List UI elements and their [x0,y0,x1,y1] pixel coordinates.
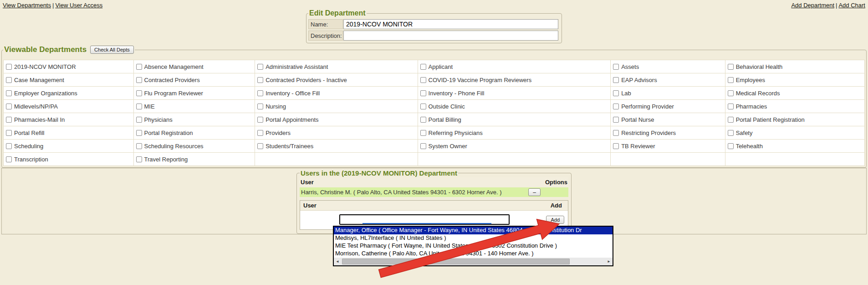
department-checkbox[interactable] [613,130,619,136]
department-checkbox[interactable] [420,77,426,83]
add-user-column-header: User [303,202,317,209]
department-cell: Inventory - Office Fill [255,87,418,100]
members-list: Harris, Christine M. ( Palo Alto, CA Uni… [300,187,568,197]
department-checkbox[interactable] [136,104,142,109]
top-bar: View Departments|View User Access Add De… [0,0,868,9]
department-checkbox[interactable] [728,130,734,136]
department-checkbox[interactable] [613,77,619,83]
member-name: Harris, Christine M. ( Palo Alto, CA Uni… [301,189,502,196]
department-checkbox[interactable] [257,90,263,96]
edit-department-legend: Edit Department [308,9,367,17]
view-user-access-link[interactable]: View User Access [55,2,102,9]
department-checkbox[interactable] [6,156,12,162]
department-checkbox-label: Lab [621,90,631,97]
department-checkbox[interactable] [257,64,263,70]
department-checkbox[interactable] [613,117,619,123]
department-description-input[interactable] [343,31,558,41]
department-checkbox[interactable] [728,90,734,96]
department-cell: Travel Reporting [133,153,255,166]
department-cell: Portal Billing [418,113,611,126]
department-checkbox[interactable] [728,143,734,149]
department-cell: Case Management [4,73,134,87]
departments-table: 2019-NCOV MONITORAbsence ManagementAdmin… [3,60,865,166]
department-checkbox[interactable] [136,64,142,70]
department-cell: Referring Physicians [418,126,611,140]
department-checkbox[interactable] [420,143,426,149]
department-checkbox[interactable] [613,143,619,149]
add-user-button[interactable]: Add [546,216,564,224]
department-checkbox[interactable] [6,143,12,149]
department-checkbox[interactable] [6,117,12,123]
dropdown-horizontal-scrollbar[interactable]: ◄ ► [334,258,613,265]
department-cell: Applicant [418,60,611,73]
department-checkbox-label: Behavioral Health [736,63,783,70]
department-checkbox[interactable] [728,77,734,83]
department-checkbox-label: Scheduling Resources [144,143,204,150]
department-checkbox[interactable] [136,130,142,136]
department-cell: COVID-19 Vaccine Program Reviewers [418,73,611,87]
department-checkbox[interactable] [136,77,142,83]
department-cell: Pharmacies [725,100,864,113]
autocomplete-option[interactable]: Medisys, HL7Interface ( IN United States… [334,234,613,242]
department-checkbox[interactable] [6,130,12,136]
add-user-header-row: User Add [300,201,568,211]
department-cell: Nursing [255,100,418,113]
department-cell: Pharmacies-Mail In [4,113,134,126]
department-checkbox[interactable] [420,90,426,96]
department-checkbox[interactable] [257,117,263,123]
add-department-link[interactable]: Add Department [791,2,834,9]
department-checkbox[interactable] [136,156,142,162]
departments-row: 2019-NCOV MONITORAbsence ManagementAdmin… [4,60,865,73]
remove-member-button[interactable]: – [528,188,541,196]
user-autocomplete-input[interactable]: Manager, Office ( Office Manager - Fort … [339,214,510,225]
scroll-right-arrow-icon[interactable]: ► [605,259,613,264]
scroll-left-arrow-icon[interactable]: ◄ [334,259,341,264]
department-checkbox[interactable] [420,130,426,136]
department-checkbox[interactable] [257,77,263,83]
scrollbar-thumb[interactable] [342,259,570,264]
department-cell: Performing Provider [611,100,725,113]
department-checkbox[interactable] [613,104,619,109]
autocomplete-selected-text: anager, Office ( Office Manager - Fort W… [363,223,491,225]
department-checkbox[interactable] [257,130,263,136]
department-checkbox[interactable] [728,104,734,109]
department-checkbox-label: MIE [144,103,155,110]
department-checkbox[interactable] [420,104,426,109]
add-chart-link[interactable]: Add Chart [838,2,865,9]
users-in-department-legend: Users in the (2019-NCOV MONITOR) Departm… [300,169,458,177]
autocomplete-option[interactable]: Morrison, Catherine ( Palo Alto, CA Unit… [334,250,613,258]
check-all-depts-button[interactable]: Check All Depts [90,46,134,54]
autocomplete-option[interactable]: MIE Test Pharmacy ( Fort Wayne, IN Unite… [334,242,613,250]
department-checkbox[interactable] [420,117,426,123]
department-checkbox[interactable] [136,90,142,96]
department-checkbox[interactable] [728,117,734,123]
department-checkbox[interactable] [257,143,263,149]
department-checkbox[interactable] [136,143,142,149]
edit-department-fieldset: Edit Department Name: Description: [306,9,562,43]
department-checkbox[interactable] [257,104,263,109]
description-label: Description: [308,31,343,41]
empty-cell [725,153,864,166]
autocomplete-option-selected[interactable]: Manager, Office ( Office Manager - Fort … [334,227,613,234]
department-checkbox[interactable] [420,64,426,70]
department-checkbox[interactable] [613,64,619,70]
department-checkbox-label: EAP Advisors [621,77,657,83]
department-cell: System Owner [418,140,611,153]
members-header-row: User Options [300,177,568,187]
department-checkbox[interactable] [6,90,12,96]
department-checkbox-label: Pharmacies [736,103,767,110]
department-checkbox[interactable] [728,64,734,70]
department-checkbox-label: Midlevels/NP/PA [14,103,58,110]
viewable-departments-legend: Viewable Departments Check All Depts [3,45,135,54]
autocomplete-options: Manager, Office ( Office Manager - Fort … [334,227,613,258]
department-checkbox[interactable] [6,64,12,70]
department-checkbox[interactable] [6,104,12,109]
department-checkbox-label: Medical Records [736,90,780,97]
department-checkbox[interactable] [613,90,619,96]
department-checkbox-label: Nursing [266,103,286,110]
view-departments-link[interactable]: View Departments [3,2,51,9]
department-name-input[interactable] [343,19,558,29]
departments-row: TranscriptionTravel Reporting [4,153,865,166]
department-checkbox[interactable] [136,117,142,123]
department-checkbox[interactable] [6,77,12,83]
